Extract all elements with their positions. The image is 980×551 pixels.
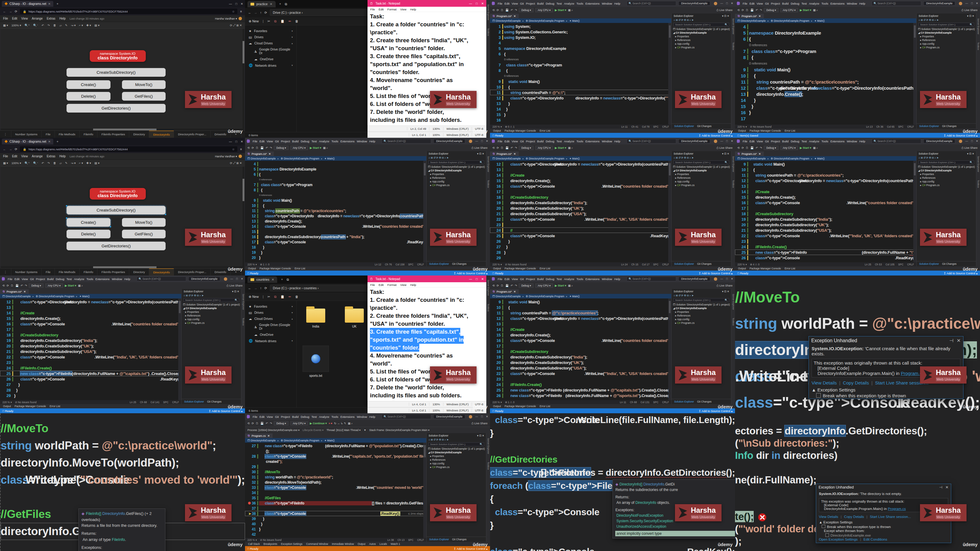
diagram-menu-arrange[interactable]: Arrange bbox=[32, 155, 43, 158]
platform-dropdown[interactable]: Any CPU ▾ bbox=[535, 146, 553, 150]
redo-icon[interactable]: ↷ bbox=[270, 146, 272, 149]
menu-file[interactable]: File bbox=[253, 140, 257, 143]
panel-tab-package-manager-console[interactable]: Package Manager Console bbox=[505, 129, 536, 132]
config-dropdown[interactable]: Debug ▾ bbox=[519, 8, 533, 12]
save-icon[interactable]: 💾 bbox=[15, 284, 19, 287]
close-button[interactable]: ✕ bbox=[486, 415, 488, 418]
build-icons[interactable]: ▦ ⌕ bbox=[568, 9, 573, 12]
method-box-createsubdirectory[interactable]: CreateSubDirectory() bbox=[67, 68, 166, 77]
code-line[interactable]: 28 } bbox=[0, 387, 181, 393]
solution-item-properties[interactable]: ▸ Properties bbox=[426, 172, 486, 176]
config-dropdown[interactable]: Debug ▾ bbox=[764, 146, 778, 150]
method-box-getdirectories[interactable]: GetDirectories() bbox=[67, 104, 166, 113]
panel-tab-package-manager-console[interactable]: Package Manager Console bbox=[505, 405, 536, 408]
sidebar-item-onedrive[interactable]: ☁OneDrive bbox=[245, 56, 296, 62]
code-line[interactable]: 28} bbox=[490, 249, 671, 255]
code-line[interactable]: 17 bbox=[490, 189, 671, 194]
code-line[interactable]: 20 directoryInfo.CreateSubdirectory("UK"… bbox=[490, 360, 671, 365]
close-button[interactable]: ✕ bbox=[731, 140, 733, 143]
solution-item-properties[interactable]: ▸ Properties bbox=[426, 454, 486, 458]
minimize-button[interactable]: — bbox=[229, 140, 232, 143]
add-to-source-control[interactable]: ↥ Add to Source Control ▴ bbox=[698, 409, 733, 413]
code-line[interactable]: 24 //FileInfo.Create() bbox=[0, 365, 181, 371]
menu-view[interactable]: View bbox=[512, 140, 518, 143]
tab-solution-explorer[interactable]: Solution Explorer bbox=[919, 262, 939, 265]
account-avatar[interactable] bbox=[714, 2, 717, 5]
menu-git[interactable]: Git bbox=[520, 2, 524, 5]
code-line[interactable]: 23 bbox=[490, 376, 671, 382]
menu-debug[interactable]: Debug bbox=[546, 140, 554, 143]
close-tab-icon[interactable]: ✕ bbox=[267, 434, 270, 437]
vs-search-box[interactable]: 🔍 Search (Ctrl+Q) bbox=[382, 414, 431, 419]
code-line[interactable]: 19 directoryInfo.CreateSubdirectory("Ind… bbox=[0, 338, 181, 343]
menu-build[interactable]: Build bbox=[537, 2, 544, 5]
method-box-moveto[interactable]: MoveTo() bbox=[122, 218, 166, 227]
maximize-button[interactable]: □ bbox=[476, 277, 478, 281]
code-line[interactable]: 26 class="c-type">Console.ReadKey(); bbox=[735, 255, 916, 260]
code-line[interactable]: 13 bbox=[0, 305, 181, 310]
new-file-icon[interactable]: 🗋 bbox=[501, 9, 503, 12]
code-line[interactable]: 15} bbox=[490, 112, 671, 117]
solution-item-properties[interactable]: ▸ Properties bbox=[671, 172, 731, 176]
code-line[interactable]: 25 new class="c-type">FileInfo(directory… bbox=[0, 371, 181, 376]
nav-back-icon[interactable]: ⟲ bbox=[737, 9, 740, 12]
close-button[interactable]: ✕ bbox=[731, 2, 733, 5]
breadcrumb[interactable]: 🗔 DirectoryInfoExample▸⚙ DirectoryInfoEx… bbox=[245, 438, 426, 443]
code-line[interactable]: 13 } bbox=[490, 101, 671, 106]
vs-search-box[interactable]: 🔍 Search (Ctrl+Q) bbox=[627, 1, 676, 6]
menu-tools[interactable]: Tools bbox=[821, 2, 828, 5]
breadcrumb[interactable]: 🗔 DirectoryInfoExample▸⚙ DirectoryInfoEx… bbox=[735, 18, 916, 23]
solution-item-properties[interactable]: ▸ Properties bbox=[916, 172, 976, 176]
redo-icon[interactable]: ↷ bbox=[515, 146, 517, 149]
code-line[interactable]: 10 { bbox=[735, 167, 916, 172]
up-icon[interactable]: ↑ bbox=[260, 286, 261, 290]
nav-back-icon[interactable]: ⟲ bbox=[737, 146, 740, 149]
code-line[interactable]: 23 bbox=[735, 238, 916, 244]
solution-item-program-cs[interactable]: ▸ C# Program.cs bbox=[426, 183, 486, 187]
code-line[interactable]: 15 directoryInfo.Create(); bbox=[0, 316, 181, 321]
redo-icon[interactable]: ↷ bbox=[760, 9, 762, 12]
code-line[interactable]: 27 new class="c-type">FileInfo(directory… bbox=[245, 443, 426, 448]
build-icons[interactable]: ▦ ⌕ bbox=[568, 284, 573, 287]
code-line[interactable]: 19 directoryInfo.CreateSubdirectory("Ind… bbox=[735, 216, 916, 222]
code-line[interactable]: //GetDirectories bbox=[490, 453, 735, 466]
menu-git[interactable]: Git bbox=[520, 140, 524, 143]
panel-tab-output[interactable]: Output bbox=[248, 267, 256, 270]
pages-menu-icon[interactable]: ⋮ bbox=[0, 131, 11, 138]
close-tab-icon[interactable]: ✕ bbox=[514, 15, 516, 18]
code-line[interactable]: 14 class="c-type">Console.WriteLine("cou… bbox=[245, 224, 426, 229]
new-file-icon[interactable]: 🗋 bbox=[501, 284, 503, 287]
code-line[interactable]: 9 static void Main() bbox=[245, 198, 426, 203]
delete-icon[interactable]: 🗑 bbox=[295, 295, 299, 299]
method-box-moveto[interactable]: MoveTo() bbox=[122, 80, 166, 89]
save-icon[interactable]: 💾 bbox=[750, 146, 754, 149]
tab-program-cs[interactable]: ⧉Program.cs*✕ bbox=[735, 14, 764, 18]
solution-search[interactable]: Search Solution Explorer (Ctrl+;)🔍 bbox=[918, 160, 974, 164]
menu-edit[interactable]: Edit bbox=[504, 277, 509, 281]
account-avatar[interactable] bbox=[469, 415, 472, 418]
maximize-button[interactable]: □ bbox=[726, 140, 728, 143]
menu-test[interactable]: Test bbox=[67, 277, 72, 281]
page-tab-file[interactable]: File bbox=[41, 131, 54, 138]
panel-tab-error-list[interactable]: Error List bbox=[784, 267, 795, 270]
menu-view[interactable]: View bbox=[267, 415, 273, 418]
code-line[interactable]: 23 bbox=[490, 222, 671, 227]
zoom-level[interactable]: 220 % ▾ bbox=[2, 401, 12, 404]
debug-controls[interactable]: ⏸ ⏹ bbox=[329, 422, 332, 425]
code-line[interactable]: 15 directoryInfo.Create(); bbox=[490, 178, 671, 183]
notepad-text-area[interactable]: Task:1. Create a folder "countries" in "… bbox=[368, 287, 486, 401]
code-line[interactable]: 13 directoryInfo.Create(); bbox=[735, 91, 916, 97]
menu-build[interactable]: Build bbox=[782, 2, 789, 5]
panel-tab-immediate-window[interactable]: Immediate Window bbox=[332, 542, 354, 546]
solution-search[interactable]: Search Solution Explorer (Ctrl+;)🔍 bbox=[673, 23, 729, 27]
code-line[interactable]: 29 bbox=[490, 255, 671, 260]
live-share-button[interactable]: ⎙ Live Share bbox=[471, 146, 488, 150]
issues-indicator[interactable]: ⊗ 4 ⚠ 0 bbox=[750, 263, 759, 266]
menu-extensions[interactable]: Extensions bbox=[585, 140, 599, 143]
zoom-in-icon[interactable]: 🔍⁺ bbox=[24, 161, 30, 165]
code-line[interactable]: 16 directoryInfo.CreateSubdirectory(coun… bbox=[245, 234, 426, 240]
menu-edit[interactable]: Edit bbox=[749, 2, 754, 5]
code-line[interactable]: 15 directoryInfo.Create(); bbox=[490, 332, 671, 338]
method-box-create[interactable]: Create() bbox=[67, 80, 111, 89]
notepad-menu-edit[interactable]: Edit bbox=[379, 283, 383, 286]
